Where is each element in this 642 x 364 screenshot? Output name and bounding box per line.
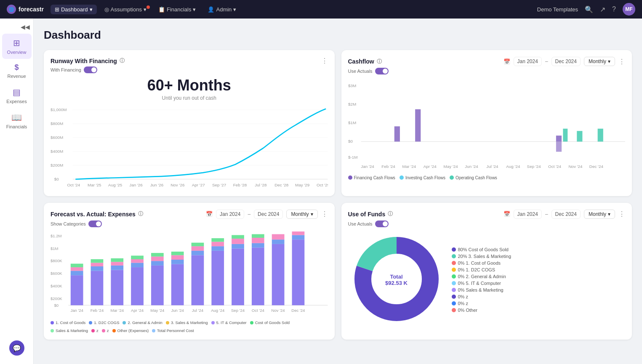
nav-admin[interactable]: 👤 Admin ▾ bbox=[203, 5, 240, 14]
svg-text:Aug '25: Aug '25 bbox=[108, 183, 123, 187]
cashflow-more-button[interactable]: ⋮ bbox=[618, 58, 625, 66]
use-funds-monthly-button[interactable]: Monthly ▾ bbox=[584, 210, 615, 219]
use-funds-more-button[interactable]: ⋮ bbox=[618, 210, 625, 218]
use-funds-card-title: Use of Funds ⓘ bbox=[348, 210, 393, 218]
svg-text:$800K: $800K bbox=[51, 258, 62, 263]
cashflow-date-to[interactable]: Dec 2024 bbox=[551, 57, 581, 66]
svg-text:Oct '24: Oct '24 bbox=[548, 164, 561, 169]
logo-text: forecastr bbox=[19, 6, 44, 13]
forecast-info-icon[interactable]: ⓘ bbox=[138, 210, 143, 218]
svg-rect-67 bbox=[111, 265, 123, 270]
svg-text:Jun '26: Jun '26 bbox=[150, 183, 164, 187]
nav-dashboard-label: Dashboard bbox=[61, 6, 88, 13]
sidebar-item-financials[interactable]: 📖 Financials bbox=[2, 108, 32, 133]
svg-text:Nov '24: Nov '24 bbox=[568, 164, 583, 169]
share-icon[interactable]: ↗ bbox=[600, 5, 605, 13]
svg-rect-97 bbox=[252, 234, 264, 237]
forecast-date-from[interactable]: Jan 2024 bbox=[216, 210, 244, 219]
svg-text:Feb '28: Feb '28 bbox=[233, 183, 247, 187]
cashflow-chart-area: $3M $2M $1M $0 $-1M bbox=[348, 78, 626, 172]
svg-text:May '29: May '29 bbox=[295, 183, 310, 187]
use-funds-card: Use of Funds ⓘ 📅 Jan 2024 – Dec 2024 Mon… bbox=[341, 203, 632, 340]
chat-bubble-button[interactable]: 💬 bbox=[9, 340, 24, 356]
cashflow-toggle-label: Use Actuals bbox=[348, 69, 373, 74]
cashflow-legend: Financing Cash Flows Investing Cash Flow… bbox=[348, 175, 626, 180]
svg-text:Oct '24: Oct '24 bbox=[252, 308, 265, 313]
sidebar-item-expenses[interactable]: ▤ Expenses bbox=[2, 83, 32, 108]
runway-info-icon[interactable]: ⓘ bbox=[120, 57, 125, 64]
cashflow-info-icon[interactable]: ⓘ bbox=[377, 58, 382, 65]
show-categories-label: Show Categories bbox=[51, 221, 86, 226]
forecast-card-header: Forecast vs. Actual: Expenses ⓘ 📅 Jan 20… bbox=[51, 210, 328, 219]
forecast-legend-7: Sales & Marketing bbox=[51, 328, 88, 333]
svg-text:Feb '24: Feb '24 bbox=[91, 308, 104, 313]
svg-text:Mar '25: Mar '25 bbox=[88, 183, 101, 187]
cashflow-card-title: Cashflow ⓘ bbox=[348, 58, 382, 65]
forecast-monthly-button[interactable]: Monthly ▾ bbox=[286, 210, 317, 219]
svg-text:Apr '27: Apr '27 bbox=[192, 183, 205, 187]
forecast-legend-z1: z bbox=[91, 328, 99, 333]
funds-legend-2: 0% 1. Cost of Goods bbox=[452, 260, 511, 266]
topnav-right: Demo Templates 🔍 ↗ ? MF bbox=[537, 3, 635, 16]
use-funds-toggle[interactable] bbox=[375, 221, 389, 227]
svg-text:$600M: $600M bbox=[51, 135, 63, 140]
cashflow-date-from[interactable]: Jan 2024 bbox=[514, 57, 542, 66]
nav-financials[interactable]: 📋 Financials ▾ bbox=[154, 5, 200, 14]
runway-subtitle: Until you run out of cash bbox=[51, 95, 328, 101]
nav-admin-chevron: ▾ bbox=[233, 6, 236, 13]
funds-legend-6: 0% Sales & Marketing bbox=[452, 287, 511, 292]
svg-text:$800M: $800M bbox=[51, 121, 63, 126]
sidebar-item-overview[interactable]: ⊞ Overview bbox=[2, 34, 32, 59]
svg-rect-82 bbox=[192, 255, 204, 305]
svg-rect-61 bbox=[71, 263, 83, 267]
use-funds-info-icon[interactable]: ⓘ bbox=[388, 210, 393, 218]
forecast-date-to[interactable]: Dec 2024 bbox=[254, 210, 283, 219]
svg-text:May '24: May '24 bbox=[443, 164, 458, 169]
svg-text:Feb '24: Feb '24 bbox=[381, 164, 395, 169]
svg-text:Aug '24: Aug '24 bbox=[211, 308, 225, 313]
forecast-calendar-icon: 📅 bbox=[206, 211, 213, 217]
svg-rect-59 bbox=[71, 271, 83, 275]
help-icon[interactable]: ? bbox=[612, 5, 616, 13]
demo-templates-label[interactable]: Demo Templates bbox=[537, 6, 578, 13]
runway-more-button[interactable]: ⋮ bbox=[321, 57, 328, 65]
svg-text:$1M: $1M bbox=[51, 246, 59, 250]
funds-legend-1: 20% 3. Sales & Marketing bbox=[452, 254, 511, 259]
donut-total-value: $92.53 K bbox=[385, 280, 408, 286]
svg-text:$1M: $1M bbox=[348, 120, 356, 125]
sidebar-collapse-button[interactable]: ◀◀ bbox=[21, 24, 30, 30]
svg-text:Jan '24: Jan '24 bbox=[70, 308, 83, 313]
expenses-icon: ▤ bbox=[13, 87, 21, 97]
svg-rect-78 bbox=[171, 264, 184, 305]
svg-text:$-1M: $-1M bbox=[348, 155, 357, 159]
forecast-more-button[interactable]: ⋮ bbox=[321, 210, 328, 218]
svg-rect-91 bbox=[232, 244, 244, 248]
nav-assumptions[interactable]: ◎ Assumptions ▾ bbox=[100, 5, 151, 14]
svg-rect-63 bbox=[91, 266, 104, 271]
page-title: Dashboard bbox=[44, 29, 632, 42]
avatar[interactable]: MF bbox=[623, 3, 635, 16]
use-funds-date-to[interactable]: Dec 2024 bbox=[551, 210, 581, 219]
svg-text:$0: $0 bbox=[54, 177, 59, 181]
cashflow-card: Cashflow ⓘ 📅 Jan 2024 – Dec 2024 Monthly… bbox=[341, 50, 632, 196]
use-funds-card-controls: 📅 Jan 2024 – Dec 2024 Monthly ▾ ⋮ bbox=[503, 210, 625, 219]
cashflow-toggle[interactable] bbox=[375, 68, 389, 74]
svg-text:Jul '28: Jul '28 bbox=[255, 183, 267, 187]
use-funds-date-from[interactable]: Jan 2024 bbox=[514, 210, 542, 219]
cashflow-monthly-button[interactable]: Monthly ▾ bbox=[584, 57, 615, 66]
nav-dashboard[interactable]: ⊞ Dashboard ▾ bbox=[51, 5, 97, 14]
svg-text:Apr '24: Apr '24 bbox=[423, 164, 436, 169]
sidebar-item-revenue[interactable]: $ Revenue bbox=[2, 59, 32, 83]
logo[interactable]: 🌐 forecastr bbox=[7, 5, 44, 14]
search-icon[interactable]: 🔍 bbox=[585, 5, 593, 13]
nav-financials-label: Financials bbox=[167, 6, 192, 13]
svg-text:Apr '24: Apr '24 bbox=[131, 308, 144, 313]
forecast-legend-1: 1. Cost of Goods bbox=[51, 320, 85, 325]
runway-toggle[interactable] bbox=[84, 66, 97, 73]
svg-rect-88 bbox=[211, 242, 224, 246]
svg-text:Sep '27: Sep '27 bbox=[212, 183, 226, 187]
show-categories-toggle[interactable] bbox=[88, 221, 102, 227]
svg-text:$400M: $400M bbox=[51, 149, 63, 154]
cashflow-chart-svg: $3M $2M $1M $0 $-1M bbox=[348, 78, 626, 170]
forecast-legend-4: 3. Sales & Marketing bbox=[166, 320, 208, 325]
